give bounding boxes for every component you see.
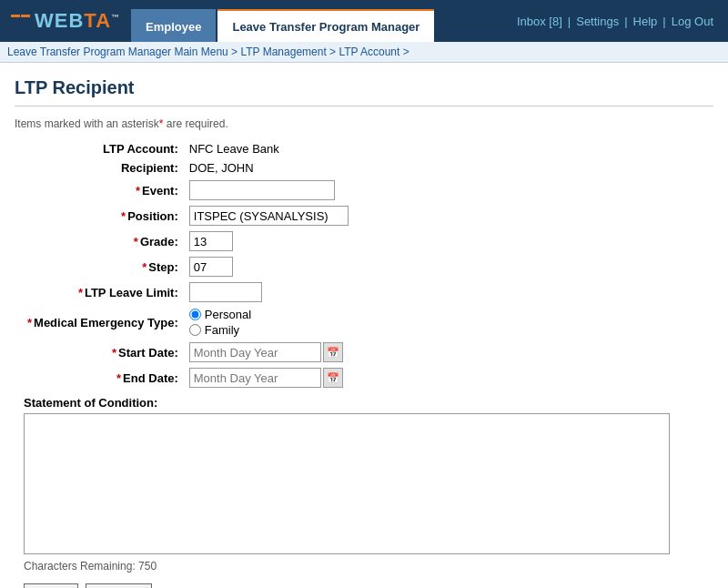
soc-textarea[interactable] <box>24 413 670 554</box>
grade-field-cell <box>186 228 352 254</box>
soc-label: Statement of Condition: <box>24 396 713 410</box>
calendar-icon: 📅 <box>327 347 339 359</box>
soc-section: Statement of Condition: Characters Remai… <box>15 396 713 573</box>
recipient-row: Recipient: DOE, JOHN <box>24 158 352 177</box>
end-date-calendar-button[interactable]: 📅 <box>323 368 343 388</box>
event-required-star: * <box>136 184 140 198</box>
ltp-account-value: NFC Leave Bank <box>186 139 352 158</box>
logo: ▬▬WEBTA™ <box>11 9 120 33</box>
cancel-button[interactable]: Cancel <box>86 583 152 588</box>
content-area: LTP Recipient Items marked with an aster… <box>0 63 728 588</box>
end-date-input[interactable] <box>189 368 321 388</box>
app-header: ▬▬WEBTA™ Employee Leave Transfer Program… <box>0 0 728 42</box>
start-date-label: *Start Date: <box>24 340 186 365</box>
end-date-row: *End Date: 📅 <box>24 365 352 390</box>
grade-required-star: * <box>134 235 138 248</box>
save-button[interactable]: Save <box>24 583 78 588</box>
end-date-required-star: * <box>116 371 121 385</box>
start-date-field-cell: 📅 <box>186 340 352 365</box>
end-date-field-cell: 📅 <box>186 365 352 390</box>
ltp-leave-limit-label: *LTP Leave Limit: <box>24 279 186 305</box>
start-date-calendar-button[interactable]: 📅 <box>323 342 343 362</box>
chars-remaining: Characters Remaining: 750 <box>24 560 713 573</box>
medical-emergency-type-row: *Medical Emergency Type: Personal Family <box>24 305 352 340</box>
recipient-label: Recipient: <box>24 158 186 177</box>
calendar-icon-end: 📅 <box>327 372 339 384</box>
radio-personal-text: Personal <box>205 308 251 321</box>
required-note-text: Items marked with an asterisk <box>15 117 159 130</box>
end-date-label: *End Date: <box>24 365 186 390</box>
step-field-cell <box>186 254 352 279</box>
breadcrumb-text: Leave Transfer Program Manager Main Menu… <box>7 46 410 58</box>
logo-ta-highlight: TA <box>84 9 111 32</box>
radio-personal-label[interactable]: Personal <box>189 308 349 321</box>
position-label: *Position: <box>24 203 186 228</box>
radio-family[interactable] <box>189 324 201 336</box>
medical-emergency-type-field-cell: Personal Family <box>186 305 352 340</box>
radio-personal[interactable] <box>189 309 201 320</box>
breadcrumb: Leave Transfer Program Manager Main Menu… <box>0 42 728 63</box>
logo-area: ▬▬WEBTA™ <box>0 0 131 42</box>
start-date-row: *Start Date: 📅 <box>24 340 352 365</box>
ltp-leave-limit-row: *LTP Leave Limit: <box>24 279 352 305</box>
step-required-star: * <box>142 260 147 274</box>
grade-input[interactable] <box>189 231 233 251</box>
event-input[interactable] <box>189 180 335 200</box>
end-date-wrap: 📅 <box>189 368 349 388</box>
grade-row: *Grade: <box>24 228 352 254</box>
right-nav: Inbox [8] | Settings | Help | Log Out <box>502 0 728 42</box>
ltp-leave-limit-input[interactable] <box>189 282 262 302</box>
radio-family-label[interactable]: Family <box>189 323 349 337</box>
tab-employee[interactable]: Employee <box>131 9 216 42</box>
logout-link[interactable]: Log Out <box>668 15 717 28</box>
medical-emergency-type-label: *Medical Emergency Type: <box>24 305 186 340</box>
recipient-value: DOE, JOHN <box>186 158 352 177</box>
step-label: *Step: <box>24 254 186 279</box>
form-table: LTP Account: NFC Leave Bank Recipient: D… <box>24 139 352 390</box>
tab-ltp[interactable]: Leave Transfer Program Manager <box>217 9 434 42</box>
ltp-leave-limit-required-star: * <box>78 286 83 299</box>
page-title: LTP Recipient <box>15 77 713 106</box>
event-row: *Event: <box>24 177 352 203</box>
logo-tm: ™ <box>111 13 120 22</box>
start-date-required-star: * <box>112 346 116 360</box>
required-note-text2: are required. <box>163 117 228 130</box>
position-field-cell <box>186 203 352 228</box>
position-row: *Position: <box>24 203 352 228</box>
logo-dots: ▬▬ <box>11 9 31 19</box>
start-date-input[interactable] <box>189 342 321 362</box>
medical-emergency-radio-group: Personal Family <box>189 308 349 337</box>
grade-label: *Grade: <box>24 228 186 254</box>
ltp-account-row: LTP Account: NFC Leave Bank <box>24 139 352 158</box>
medical-emergency-required-star: * <box>27 316 32 329</box>
position-required-star: * <box>121 209 126 223</box>
radio-family-text: Family <box>205 323 239 337</box>
help-link[interactable]: Help <box>630 15 662 28</box>
step-input[interactable] <box>189 257 233 277</box>
nav-tabs: Employee Leave Transfer Program Manager <box>131 0 502 42</box>
ltp-leave-limit-field-cell <box>186 279 352 305</box>
event-field-cell <box>186 177 352 203</box>
settings-link[interactable]: Settings <box>572 15 622 28</box>
inbox-link[interactable]: Inbox [8] <box>513 15 566 28</box>
logo-web: WEB <box>35 9 84 32</box>
required-note: Items marked with an asterisk* are requi… <box>15 117 713 130</box>
step-row: *Step: <box>24 254 352 279</box>
position-input[interactable] <box>189 206 349 226</box>
button-row: Save Cancel <box>24 583 713 588</box>
start-date-wrap: 📅 <box>189 342 349 362</box>
event-label: *Event: <box>24 177 186 203</box>
ltp-account-label: LTP Account: <box>24 139 186 158</box>
